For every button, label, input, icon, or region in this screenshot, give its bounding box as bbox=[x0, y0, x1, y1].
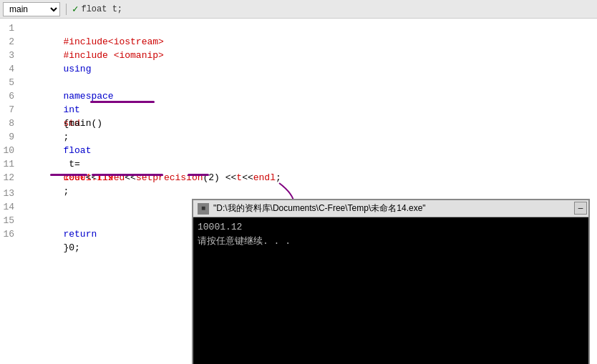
code-editor[interactable]: 1 #include<iostream> 2 #include <iomanip… bbox=[0, 19, 597, 364]
table-row: 10 bbox=[0, 144, 597, 157]
table-row: 6 int main() bbox=[0, 89, 597, 103]
terminal-body: 10001.12 请按任意键继续. . . bbox=[193, 217, 588, 364]
line-content bbox=[19, 117, 597, 130]
fixed-underline bbox=[50, 174, 87, 176]
toolbar: main ✓ float t; bbox=[0, 0, 597, 19]
terminal-title: "D:\我的资料库\Documents\C-Free\Temp\未命名14.ex… bbox=[213, 202, 584, 215]
line-number: 6 bbox=[0, 89, 19, 103]
table-row: 12 bbox=[0, 171, 597, 187]
line-number: 14 bbox=[0, 200, 19, 214]
terminal-window[interactable]: ■ "D:\我的资料库\Documents\C-Free\Temp\未命名14.… bbox=[192, 199, 590, 364]
terminal-output-line: 10001.12 bbox=[198, 220, 584, 235]
terminal-close-button[interactable]: — bbox=[574, 202, 587, 215]
line-content bbox=[19, 144, 597, 157]
line-number: 7 bbox=[0, 103, 19, 117]
line-number: 13 bbox=[0, 187, 19, 200]
line-number: 15 bbox=[0, 214, 19, 227]
terminal-continue-line: 请按任意键继续. . . bbox=[198, 235, 584, 249]
table-row: 8 bbox=[0, 117, 597, 130]
toolbar-separator bbox=[66, 4, 67, 15]
terminal-icon: ■ bbox=[198, 203, 209, 215]
table-row: 4 bbox=[0, 62, 597, 76]
table-row: 2 #include <iomanip> bbox=[0, 35, 597, 49]
line-number: 5 bbox=[0, 76, 19, 89]
table-row: 11 cout<<fixed<<setprecision(2) <<t<<end… bbox=[0, 157, 597, 171]
line-number: 8 bbox=[0, 117, 19, 130]
line-number: 2 bbox=[0, 35, 19, 49]
line-number: 1 bbox=[0, 21, 19, 35]
line-number: 12 bbox=[0, 171, 19, 185]
table-row: 5 bbox=[0, 76, 597, 89]
code-hint: float t; bbox=[81, 4, 122, 14]
line-number: 4 bbox=[0, 62, 19, 76]
table-row: 7 { bbox=[0, 103, 597, 117]
line-number: 11 bbox=[0, 157, 19, 171]
line-number: 16 bbox=[0, 227, 19, 241]
terminal-titlebar: ■ "D:\我的资料库\Documents\C-Free\Temp\未命名14.… bbox=[193, 200, 588, 217]
table-row: 9 float t= 10001.119 ; bbox=[0, 130, 597, 144]
t-underline bbox=[188, 174, 209, 176]
line-number: 3 bbox=[0, 49, 19, 62]
scope-dropdown[interactable]: main bbox=[3, 2, 60, 16]
setprecision-underline bbox=[92, 174, 163, 176]
line-number: 9 bbox=[0, 130, 19, 144]
table-row: 3 using namespace std ; bbox=[0, 49, 597, 62]
line-content bbox=[19, 62, 597, 76]
line-number: 10 bbox=[0, 144, 19, 157]
check-icon: ✓ bbox=[72, 3, 78, 15]
table-row: 1 #include<iostream> bbox=[0, 21, 597, 35]
line-content bbox=[19, 76, 597, 89]
